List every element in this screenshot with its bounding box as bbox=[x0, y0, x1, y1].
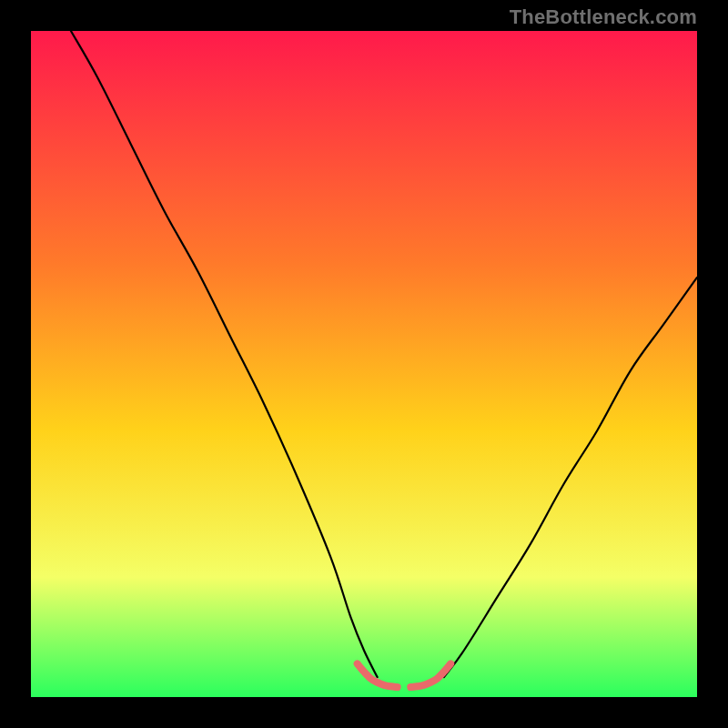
chart-frame: TheBottleneck.com bbox=[0, 0, 728, 728]
watermark-text: TheBottleneck.com bbox=[510, 5, 697, 29]
gradient-background bbox=[31, 31, 697, 697]
bottleneck-chart bbox=[31, 31, 697, 697]
plot-container bbox=[31, 31, 697, 697]
